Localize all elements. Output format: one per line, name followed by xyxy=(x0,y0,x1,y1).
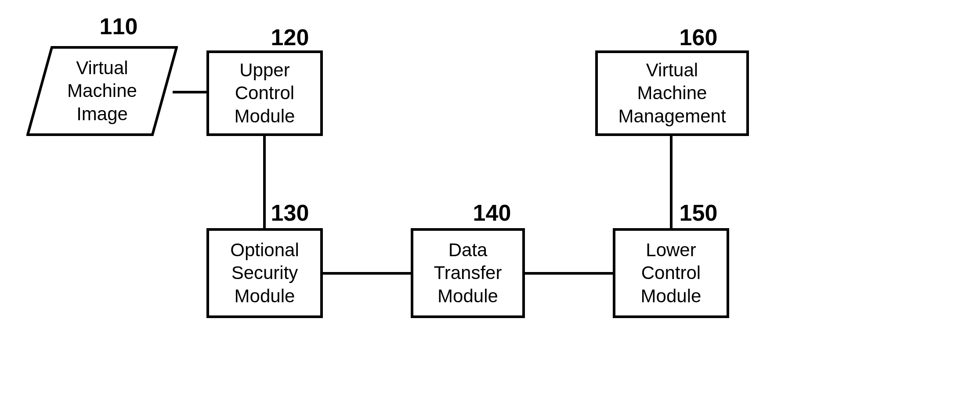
node-security: OptionalSecurityModule xyxy=(206,228,323,318)
ref-130: 130 xyxy=(264,200,316,226)
node-upper-control-label: UpperControlModule xyxy=(235,59,295,128)
node-security-label: OptionalSecurityModule xyxy=(230,239,299,308)
ref-160: 160 xyxy=(672,24,725,50)
node-lower-control: LowerControlModule xyxy=(613,228,729,318)
node-upper-control: UpperControlModule xyxy=(206,50,323,136)
node-lower-control-label: LowerControlModule xyxy=(641,239,702,308)
ref-150: 150 xyxy=(672,200,725,226)
ref-110: 110 xyxy=(92,13,145,39)
node-vm-management-label: VirtualMachineManagement xyxy=(618,59,726,128)
ref-140: 140 xyxy=(466,200,518,226)
edge-150-160 xyxy=(670,136,673,228)
node-vm-image: VirtualMachineImage xyxy=(26,46,178,136)
node-vm-management: VirtualMachineManagement xyxy=(595,50,749,136)
ref-120: 120 xyxy=(264,24,316,50)
edge-120-130 xyxy=(263,136,266,228)
node-data-transfer-label: DataTransferModule xyxy=(434,239,502,308)
edge-110-120 xyxy=(173,91,206,93)
diagram-canvas: 110 120 130 140 150 160 VirtualMachineIm… xyxy=(0,0,980,401)
edge-140-150 xyxy=(525,272,613,275)
edge-130-140 xyxy=(323,272,411,275)
node-vm-image-label: VirtualMachineImage xyxy=(26,46,178,136)
node-data-transfer: DataTransferModule xyxy=(411,228,525,318)
